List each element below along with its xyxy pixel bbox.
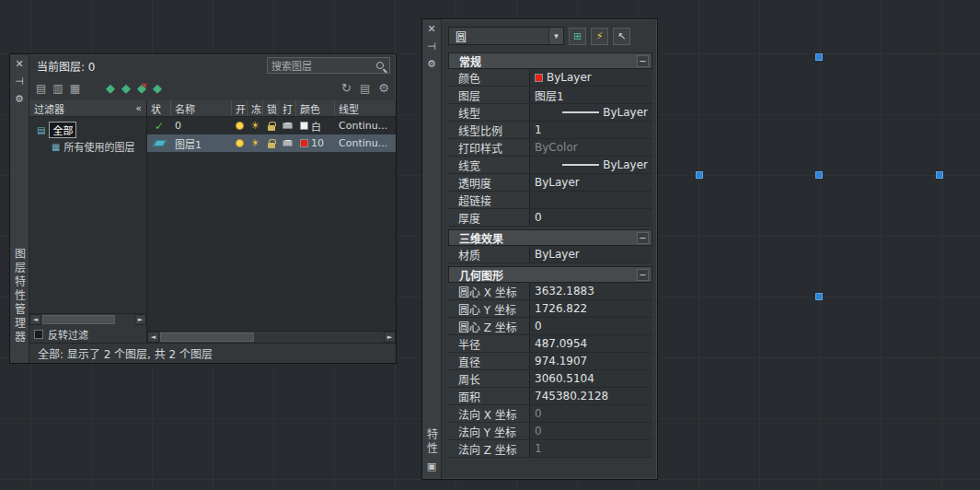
property-row[interactable]: 周长3060.5104 (448, 370, 652, 388)
property-row[interactable]: 圆心 Z 坐标0 (448, 318, 652, 335)
property-row[interactable]: 超链接 (448, 192, 652, 209)
section-header[interactable]: 几何图形− (448, 266, 652, 283)
grip-handle[interactable] (936, 171, 943, 179)
collapse-filters-icon[interactable]: « (135, 102, 142, 114)
collapse-section-button[interactable]: − (637, 269, 649, 281)
layers-scroll-track[interactable] (159, 332, 384, 343)
property-value[interactable]: ByLayer (529, 104, 652, 121)
property-row[interactable]: 材质ByLayer (448, 246, 652, 263)
grip-handle[interactable] (815, 53, 823, 61)
property-value[interactable]: 487.0954 (529, 335, 652, 352)
close-icon[interactable]: ✕ (427, 24, 435, 36)
layer-column-header[interactable]: 开 (232, 100, 248, 116)
layer-column-header[interactable]: 线型 (335, 100, 396, 116)
property-row[interactable]: 法向 Z 坐标1 (448, 440, 652, 458)
autohide-icon[interactable]: ▣ (427, 461, 436, 473)
close-icon[interactable]: ✕ (15, 59, 23, 71)
new-property-filter-button[interactable]: ▤ (36, 82, 46, 95)
property-row[interactable]: 线型ByLayer (448, 104, 652, 122)
layer-color-cell[interactable]: 10 (296, 137, 335, 149)
lightbulb-icon[interactable] (236, 139, 244, 147)
layer-color-cell[interactable]: 白 (296, 119, 335, 134)
property-row[interactable]: 图层图层1 (448, 87, 652, 104)
filters-scroll-track[interactable] (41, 314, 134, 325)
property-value[interactable]: 3060.5104 (529, 370, 652, 387)
property-row[interactable]: 法向 X 坐标0 (448, 405, 652, 423)
property-value[interactable]: 745380.2128 (529, 388, 652, 404)
layer-column-header[interactable]: 打 (279, 100, 296, 116)
layer-row[interactable]: 图层1☀10Continu... (147, 134, 396, 152)
filters-scroll-thumb[interactable] (42, 315, 115, 324)
settings-gear-icon[interactable]: ⚙ (378, 82, 389, 95)
layer-row[interactable]: ✓0☀白Continu... (147, 117, 396, 134)
layer-settings-alt-icon[interactable]: ▤ (360, 82, 370, 95)
grip-handle[interactable] (815, 171, 823, 179)
grip-handle[interactable] (696, 171, 703, 179)
printer-icon[interactable] (282, 122, 293, 129)
property-value[interactable]: ByColor (529, 139, 652, 156)
sun-icon[interactable]: ☀ (251, 120, 260, 132)
filters-hscrollbar[interactable]: ◄ ► (29, 313, 146, 325)
section-header[interactable]: 三维效果− (448, 229, 652, 246)
property-value[interactable]: 1 (529, 122, 652, 138)
object-type-select[interactable]: 圆 ▾ (448, 27, 564, 45)
layer-column-header[interactable]: 颜色 (296, 100, 335, 116)
layer-linetype[interactable]: Continu... (335, 120, 396, 132)
property-row[interactable]: 面积745380.2128 (448, 388, 652, 405)
grip-handle[interactable] (815, 293, 823, 300)
set-current-layer-button[interactable]: ◆ (153, 82, 162, 95)
property-value[interactable]: 0 (529, 423, 652, 439)
layer-column-header[interactable]: 冻 (248, 100, 263, 116)
property-row[interactable]: 法向 Y 坐标0 (448, 423, 652, 440)
invert-filter-checkbox[interactable] (34, 330, 43, 339)
layer-states-manager-button[interactable]: ▦ (70, 82, 80, 95)
property-row[interactable]: 线型比例1 (448, 122, 652, 139)
property-row[interactable]: 透明度ByLayer (448, 174, 652, 192)
toggle-pickadd-button[interactable]: ⊞ (569, 28, 586, 45)
layer-linetype[interactable]: Continu... (335, 137, 396, 149)
scroll-right-icon[interactable]: ► (384, 332, 396, 343)
property-row[interactable]: 圆心 Y 坐标1726.822 (448, 300, 652, 318)
search-icon[interactable] (376, 62, 384, 69)
scroll-right-icon[interactable]: ► (134, 314, 146, 325)
filter-tree-item[interactable]: ▦所有使用的图层 (29, 138, 146, 155)
layer-column-header[interactable]: 锁 (263, 100, 279, 116)
property-row[interactable]: 厚度0 (448, 209, 652, 227)
property-value[interactable] (529, 192, 652, 208)
layers-scroll-thumb[interactable] (160, 332, 254, 342)
scroll-left-icon[interactable]: ◄ (147, 332, 159, 343)
new-layer-button[interactable]: ◆ (106, 82, 115, 95)
layers-hscrollbar[interactable]: ◄ ► (147, 331, 396, 343)
property-row[interactable]: 圆心 X 坐标3632.1883 (448, 283, 652, 300)
property-value[interactable]: 1 (529, 440, 652, 457)
property-value[interactable]: 0 (529, 318, 652, 334)
scroll-left-icon[interactable]: ◄ (29, 314, 41, 325)
property-row[interactable]: 打印样式ByColor (448, 139, 652, 157)
property-value[interactable]: ByLayer (529, 174, 652, 191)
property-row[interactable]: 半径487.0954 (448, 335, 652, 353)
property-row[interactable]: 直径974.1907 (448, 353, 652, 370)
property-value[interactable]: ByLayer (529, 246, 652, 262)
property-value[interactable]: 974.1907 (529, 353, 652, 369)
printer-icon[interactable] (282, 140, 293, 146)
refresh-icon[interactable]: ↻ (341, 82, 352, 95)
filter-tree-item[interactable]: ▤全部 (29, 122, 146, 138)
collapse-section-button[interactable]: − (637, 55, 649, 67)
property-value[interactable]: 1726.822 (529, 300, 652, 317)
pin-icon[interactable]: ⊣ (15, 76, 24, 88)
sun-icon[interactable]: ☀ (251, 137, 260, 149)
layer-column-header[interactable]: 名称 (171, 100, 232, 116)
property-value[interactable]: 0 (529, 405, 652, 422)
section-header[interactable]: 常规− (448, 52, 652, 69)
property-value[interactable]: 图层1 (529, 87, 652, 103)
new-group-filter-button[interactable]: ▥ (52, 82, 63, 95)
chevron-down-icon[interactable]: ▾ (548, 28, 563, 44)
pin-icon[interactable]: ⊣ (427, 41, 436, 53)
select-objects-button[interactable]: ↖ (613, 28, 630, 45)
property-value[interactable]: 3632.1883 (529, 283, 652, 299)
collapse-section-button[interactable]: − (637, 232, 649, 244)
lock-icon[interactable] (268, 125, 275, 131)
gear-icon[interactable]: ⚙ (427, 59, 436, 71)
new-layer-frozen-button[interactable]: ◆ (121, 82, 131, 95)
drawing-canvas[interactable]: ✕ ⊣ ⚙ 图层特性管理器 当前图层: 0 搜索图层 ▤ ▥ ▦ ◆ ◆ (0, 0, 980, 490)
